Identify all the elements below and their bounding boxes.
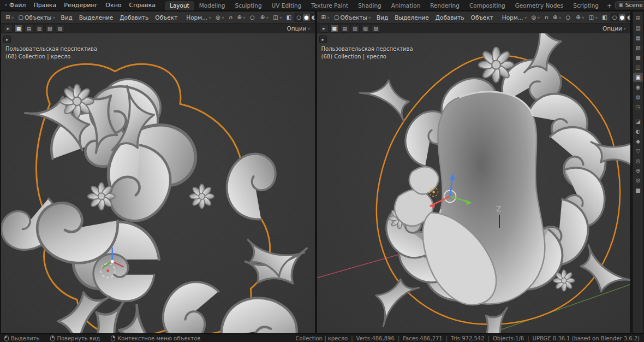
transform-orientation-dropdown[interactable]: Норм...∨ <box>184 13 213 22</box>
select-mode-toggle[interactable]: ▤ <box>341 25 349 33</box>
properties-tab-icon[interactable]: ⊘ <box>633 176 643 185</box>
properties-tab-icon[interactable]: ◉ <box>633 82 643 92</box>
select-mode-toggle[interactable]: ▥ <box>351 25 360 33</box>
stats-faces: Faces:486,271 <box>395 335 443 341</box>
shading-wireframe-icon[interactable]: ○ <box>611 14 618 21</box>
statusbar: Выделить Повернуть вид Контекстное меню … <box>0 334 644 342</box>
active-tool-icon[interactable]: ▸ <box>4 25 13 33</box>
snap-settings-dropdown[interactable]: ⊕∨ <box>235 13 247 22</box>
viewport-left-canvas[interactable]: Пользовательская перспектива (68) Collec… <box>1 33 315 333</box>
properties-tab-icon[interactable]: ▩ <box>633 53 643 62</box>
transform-orientation-dropdown[interactable]: Норм...∨ <box>500 13 529 22</box>
select-mode-toggle[interactable]: ▨ <box>56 25 64 33</box>
snap-toggle[interactable]: ∩ <box>543 13 550 22</box>
ornament-model-front-view[interactable] <box>1 33 315 333</box>
tab-sculpting[interactable]: Sculpting <box>230 1 267 10</box>
select-mode-toggle[interactable]: ▨ <box>372 25 380 33</box>
shading-material-icon[interactable]: ◐ <box>311 14 315 21</box>
pivot-point-dropdown[interactable]: ◎∨ <box>530 13 542 22</box>
chair-model-perspective-view[interactable]: Z <box>317 33 631 333</box>
tool-options-dropdown[interactable]: Опции∨ <box>285 24 312 33</box>
xray-toggle[interactable]: ◧ <box>600 13 609 22</box>
menu-help[interactable]: Справка <box>126 1 159 9</box>
viewport-right-canvas[interactable]: Z Пользовательская перспектива (68) Coll… <box>317 33 631 333</box>
properties-tab-icon[interactable]: ■ <box>633 186 643 195</box>
pivot-point-dropdown[interactable]: ◎∨ <box>214 13 226 22</box>
properties-tab-icon[interactable]: ⊞ <box>633 14 643 23</box>
toolbar-expand-button[interactable]: ▸ <box>3 36 11 43</box>
tab-texture-paint[interactable]: Texture Paint <box>306 1 353 10</box>
menu-select[interactable]: Выделение <box>392 14 432 21</box>
select-mode-toggle[interactable]: ▤ <box>25 25 33 33</box>
editor-type-button[interactable]: ⊞∨ <box>4 13 16 22</box>
properties-tab-icon[interactable]: ◳ <box>633 102 643 111</box>
tab-modeling[interactable]: Modeling <box>194 1 230 10</box>
tab-shading[interactable]: Shading <box>353 1 386 10</box>
xray-toggle[interactable]: ◧ <box>285 13 293 22</box>
menu-add[interactable]: Добавить <box>433 14 467 21</box>
menu-add[interactable]: Добавить <box>117 14 151 21</box>
menu-render[interactable]: Рендеринг <box>60 1 102 9</box>
pivot-icon: ◎ <box>216 15 220 20</box>
properties-tab-icon[interactable]: ◐ <box>633 127 643 136</box>
select-mode-toggle[interactable]: ▧ <box>45 25 54 33</box>
workspace: ⊞∨ ▢Объекты∨ Вид Выделение Добавить Объе… <box>0 10 644 334</box>
topbar-right: ▣ Scene × ≡ ViewLayer × <box>615 1 644 9</box>
gizmos-dropdown[interactable]: ⊕∨ <box>574 13 586 22</box>
properties-tab-icon[interactable]: ⊕ <box>633 166 643 175</box>
viewport-left: ⊞∨ ▢Объекты∨ Вид Выделение Добавить Объе… <box>1 11 315 334</box>
properties-tab-icon[interactable]: ◪ <box>633 117 643 126</box>
tab-layout[interactable]: Layout <box>165 1 194 10</box>
mode-dropdown[interactable]: ▢Объекты∨ <box>332 13 373 22</box>
properties-tab-icon[interactable]: ▦ <box>633 33 643 43</box>
tool-options-dropdown[interactable]: Опции∨ <box>601 24 628 33</box>
proportional-edit-toggle[interactable]: ○ <box>248 13 257 22</box>
shading-material-icon[interactable]: ◐ <box>626 14 631 21</box>
properties-tab-icon[interactable]: ▧ <box>633 43 643 52</box>
select-mode-toggle[interactable]: ▥ <box>35 25 44 33</box>
shading-wireframe-icon[interactable]: ○ <box>295 14 302 21</box>
tab-compositing[interactable]: Compositing <box>464 1 510 10</box>
properties-tab-icon-active[interactable]: ▣ <box>633 73 643 82</box>
mouse-left-icon <box>4 335 9 341</box>
toolbar-expand-button[interactable]: ▸ <box>319 36 327 43</box>
tab-geometry-nodes[interactable]: Geometry Nodes <box>510 1 569 10</box>
menu-select[interactable]: Выделение <box>76 14 116 21</box>
overlays-dropdown[interactable]: ◫∨ <box>587 13 600 22</box>
shading-solid-icon[interactable]: ● <box>619 14 626 21</box>
tab-scripting[interactable]: Scripting <box>568 1 604 10</box>
menu-object[interactable]: Объект <box>152 14 180 21</box>
editor-type-icon: ⊞ <box>5 15 10 20</box>
editor-type-button[interactable]: ⊞∨ <box>320 13 332 22</box>
menu-window[interactable]: Окно <box>102 1 125 9</box>
select-mode-toggle[interactable]: ▦ <box>14 25 23 33</box>
add-workspace-button[interactable]: + <box>604 1 615 10</box>
snap-settings-dropdown[interactable]: ⊕∨ <box>551 13 563 22</box>
scene-selector[interactable]: ▣ Scene × <box>615 1 644 9</box>
proportional-edit-toggle[interactable]: ○ <box>564 13 573 22</box>
properties-tab-icon[interactable]: ◆ <box>633 137 643 146</box>
snap-toggle[interactable]: ∩ <box>227 13 234 22</box>
mode-dropdown[interactable]: ▢Объекты∨ <box>17 13 57 22</box>
select-mode-toggle[interactable]: ▦ <box>330 25 339 33</box>
menu-object[interactable]: Объект <box>468 14 496 21</box>
tab-animation[interactable]: Animation <box>386 1 426 10</box>
select-mode-toggle[interactable]: ▧ <box>361 25 370 33</box>
shading-solid-icon[interactable]: ● <box>303 14 310 21</box>
properties-tab-icon[interactable]: ◫ <box>633 63 643 72</box>
menu-view[interactable]: Вид <box>374 14 391 21</box>
menu-edit[interactable]: Правка <box>29 1 60 9</box>
active-tool-icon[interactable]: ▸ <box>320 25 329 33</box>
blender-window: Файл Правка Рендеринг Окно Справка Layou… <box>0 0 644 342</box>
overlays-dropdown[interactable]: ◫∨ <box>271 13 284 22</box>
properties-tab-icon[interactable]: ◎ <box>633 156 643 166</box>
properties-tab-icon[interactable]: ▤ <box>633 23 643 33</box>
properties-tab-icon[interactable]: ▽ <box>633 146 643 156</box>
menu-file[interactable]: Файл <box>5 1 29 9</box>
menu-view[interactable]: Вид <box>58 14 75 21</box>
shading-mode-group: ○ ● ◐ ◎ <box>610 13 631 22</box>
tab-uv-editing[interactable]: UV Editing <box>267 1 307 10</box>
tab-rendering[interactable]: Rendering <box>425 1 464 10</box>
gizmos-dropdown[interactable]: ⊕∨ <box>259 13 271 22</box>
properties-tab-icon[interactable]: ◍ <box>633 92 643 102</box>
